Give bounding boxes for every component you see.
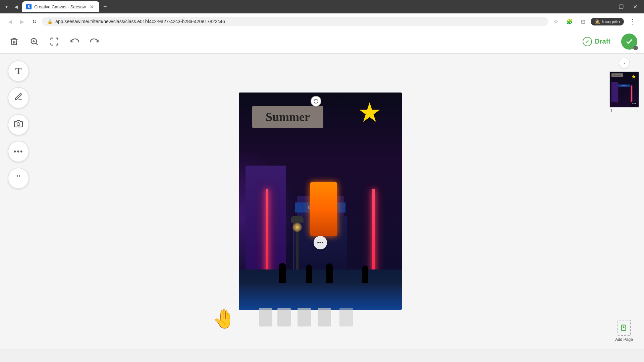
neon-pillar-left	[266, 189, 268, 283]
thumbnail-neon-right	[631, 85, 632, 102]
canvas-wrapper: CITYWALK	[239, 93, 402, 310]
more-tools-button[interactable]: •••	[8, 141, 29, 162]
window-controls: — ❐ ✕	[600, 2, 641, 11]
canvas-more-button[interactable]: •••	[314, 236, 327, 249]
white-sticker-4[interactable]	[318, 308, 331, 326]
rotate-handle[interactable]	[311, 96, 321, 107]
trash-icon	[9, 37, 19, 46]
redo-icon	[90, 37, 99, 46]
canvas-image: CITYWALK	[239, 93, 402, 310]
orange-tower	[310, 182, 337, 236]
address-bar: ◀ ▶ ↻ 🔒 app.seesaw.me/#/item/new/class/c…	[0, 13, 644, 29]
white-sticker-3[interactable]	[298, 308, 311, 326]
app-container: ✓ Draft T	[0, 29, 644, 349]
left-sidebar: T ••• "	[0, 54, 37, 349]
neon-pillar-right	[372, 189, 375, 283]
pen-tool-button[interactable]	[8, 87, 29, 109]
tab-favicon: S	[26, 4, 32, 9]
thumbnail-dots[interactable]: ···	[634, 109, 638, 113]
lock-icon: 🔒	[47, 19, 53, 24]
incognito-icon: 🕵	[595, 19, 600, 24]
draft-check-icon: ✓	[583, 37, 592, 46]
url-text: app.seesaw.me/#/item/new/class/class.e01…	[55, 19, 543, 24]
browser-menu-button[interactable]: ⋮	[627, 15, 639, 27]
quote-tool-button[interactable]: "	[8, 168, 29, 189]
redo-button[interactable]	[87, 34, 102, 49]
undo-button[interactable]	[67, 34, 82, 49]
more-tools-icon: •••	[13, 147, 23, 156]
back-nav-button[interactable]: ◀	[5, 16, 15, 27]
page-thumbnail[interactable]: ★ Summer CITYWALK •••	[609, 71, 639, 108]
text-tool-icon: T	[15, 66, 22, 76]
extension-button[interactable]: 🧩	[564, 16, 576, 27]
fit-screen-button[interactable]	[47, 34, 62, 49]
canvas-more-icon: •••	[317, 239, 324, 246]
ground	[239, 269, 402, 310]
page-thumbnail-wrapper: ★ Summer CITYWALK ••• 1 ···	[609, 71, 639, 114]
thumbnail-text: Summer	[611, 73, 623, 77]
silhouette-4	[362, 265, 368, 283]
summer-label[interactable]: Summer	[252, 106, 323, 128]
split-button[interactable]: ⊡	[578, 16, 588, 27]
tab-list-button[interactable]: ▾	[3, 3, 10, 11]
tab-close-button[interactable]: ✕	[89, 3, 95, 10]
white-sticker-1[interactable]	[259, 308, 272, 326]
pen-tool-icon	[14, 93, 23, 103]
fit-screen-icon	[50, 37, 59, 46]
tab-bar: ▾ ◀ S Creative Canvas - Seesaw ✕ + — ❐ ✕	[0, 0, 644, 13]
panel-toggle-button[interactable]: ›	[619, 58, 630, 68]
refresh-button[interactable]: ↻	[30, 16, 39, 27]
minimize-button[interactable]: —	[600, 2, 613, 11]
camera-tool-button[interactable]	[8, 114, 29, 135]
thumbnail-purple-bld	[611, 82, 618, 102]
active-tab[interactable]: S Creative Canvas - Seesaw ✕	[22, 1, 99, 12]
thumbnail-more-icon: •••	[631, 102, 637, 106]
back-button[interactable]: ◀	[12, 3, 21, 11]
draft-label: Draft	[595, 38, 610, 45]
svg-line-1	[36, 43, 38, 45]
main-content: T ••• "	[0, 54, 644, 349]
thumbnail-star: ★	[631, 73, 636, 80]
add-page-icon	[618, 320, 631, 336]
quote-tool-icon: "	[17, 173, 20, 184]
maximize-button[interactable]: ❐	[615, 2, 628, 11]
checkmark-icon	[625, 38, 633, 46]
white-sticker-2[interactable]	[277, 308, 291, 326]
white-sticker-5[interactable]	[339, 308, 353, 326]
hand-sticker[interactable]: ✋	[212, 308, 235, 330]
bottom-stickers: ✋	[239, 306, 402, 326]
forward-nav-button[interactable]: ▶	[17, 16, 27, 27]
ground-glow	[239, 283, 402, 310]
svg-point-4	[17, 123, 20, 126]
silhouette-2	[306, 264, 312, 283]
url-bar[interactable]: 🔒 app.seesaw.me/#/item/new/class/class.e…	[42, 17, 548, 26]
silhouette-3	[326, 263, 333, 283]
camera-tool-icon	[14, 119, 23, 130]
draft-button[interactable]: ✓ Draft	[577, 34, 616, 49]
thumbnail-footer: 1 ···	[609, 108, 639, 114]
zoom-in-button[interactable]	[27, 34, 42, 49]
canvas-area: CITYWALK	[37, 54, 604, 349]
zoom-in-icon	[30, 37, 39, 46]
bookmark-button[interactable]: ☆	[551, 16, 561, 27]
chevron-right-icon: ›	[623, 61, 625, 66]
close-window-button[interactable]: ✕	[629, 2, 641, 11]
lamp-head	[291, 216, 304, 223]
incognito-label: Incognito	[602, 19, 620, 24]
thumbnail-sign: CITYWALK	[618, 84, 630, 87]
page-number: 1	[610, 109, 613, 113]
new-tab-button[interactable]: +	[101, 2, 110, 12]
star-sticker[interactable]: ★	[358, 99, 382, 126]
silhouette-1	[279, 263, 286, 283]
lamp-glow	[292, 223, 302, 232]
incognito-badge: 🕵 Incognito	[591, 18, 624, 25]
submit-button[interactable]	[621, 34, 637, 50]
right-panel: › ★ Summer CITYWALK •••	[604, 54, 644, 349]
app-toolbar: ✓ Draft	[0, 29, 644, 54]
add-page-label: Add Page	[615, 337, 633, 342]
address-actions: ☆ 🧩 ⊡ 🕵 Incognito ⋮	[551, 15, 639, 27]
tab-title: Creative Canvas - Seesaw	[34, 4, 86, 9]
delete-button[interactable]	[7, 34, 21, 49]
add-page-button[interactable]: Add Page	[612, 317, 636, 345]
text-tool-button[interactable]: T	[8, 60, 29, 82]
